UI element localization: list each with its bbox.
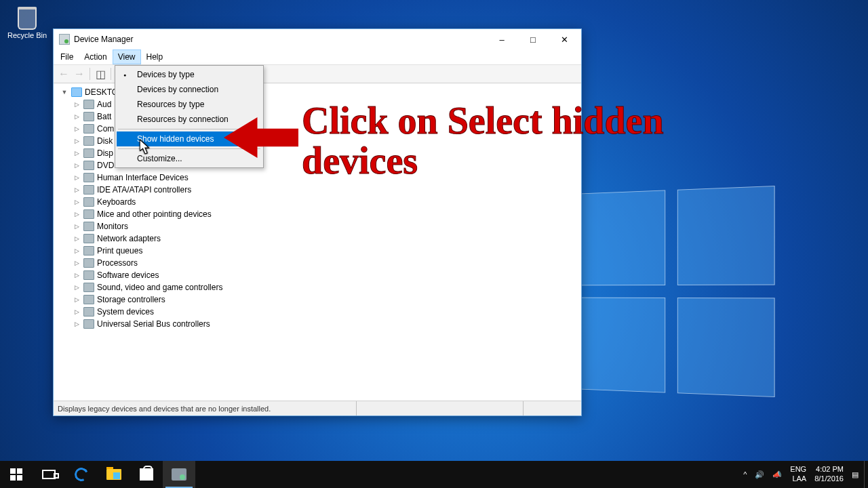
app-icon — [59, 34, 70, 45]
menu-action[interactable]: Action — [79, 49, 112, 64]
expander-icon[interactable]: ▷ — [73, 271, 81, 279]
tree-node[interactable]: ▷Network adapters — [54, 232, 581, 245]
status-divider — [523, 401, 577, 415]
forward-button: → — [72, 66, 87, 81]
computer-icon — [71, 87, 82, 97]
menu-help[interactable]: Help — [141, 49, 169, 64]
expander-icon[interactable]: ▼ — [60, 88, 68, 96]
show-hide-tree-button[interactable]: ◫ — [93, 66, 108, 81]
language-indicator[interactable]: ENG LAA — [790, 465, 806, 484]
tree-node[interactable]: ▷Keyboards — [54, 196, 581, 208]
menu-separator — [118, 148, 260, 149]
expander-icon[interactable]: ▷ — [73, 320, 81, 328]
tree-node[interactable]: ▷Human Interface Devices — [54, 171, 581, 184]
volume-icon[interactable]: 📣 — [772, 470, 782, 479]
show-desktop-button[interactable] — [864, 461, 868, 488]
node-label: Aud — [97, 100, 111, 109]
device-icon — [83, 124, 94, 134]
task-view-button[interactable] — [33, 461, 65, 488]
lang-line2: LAA — [790, 474, 806, 484]
taskbar-edge[interactable] — [65, 461, 98, 488]
status-divider — [356, 401, 437, 415]
expander-icon[interactable]: ▷ — [73, 259, 81, 267]
node-label: Human Interface Devices — [97, 173, 189, 182]
menu-separator — [118, 129, 260, 129]
expander-icon[interactable]: ▷ — [73, 161, 81, 169]
task-view-icon — [42, 470, 56, 479]
folder-icon — [106, 469, 121, 480]
node-label: DVD — [97, 161, 114, 170]
tree-node[interactable]: ▷System devices — [54, 306, 581, 318]
node-label: Software devices — [97, 270, 159, 280]
expander-icon[interactable]: ▷ — [73, 174, 81, 182]
menu-file[interactable]: File — [55, 49, 79, 64]
node-label: System devices — [97, 307, 154, 317]
tree-node[interactable]: ▷Software devices — [54, 269, 581, 281]
taskbar-store[interactable] — [130, 461, 163, 488]
back-button: ← — [56, 66, 71, 81]
expander-icon[interactable]: ▷ — [73, 308, 81, 316]
tree-node[interactable]: ▷Storage controllers — [54, 293, 581, 306]
start-button[interactable] — [0, 461, 33, 488]
menu-view[interactable]: View — [113, 49, 141, 64]
menu-item-devices-by-connection[interactable]: Devices by connection — [117, 82, 262, 97]
expander-icon[interactable]: ▷ — [73, 198, 81, 206]
expander-icon[interactable]: ▷ — [73, 210, 81, 218]
menu-item-devices-by-type[interactable]: Devices by type — [117, 67, 262, 82]
expander-icon[interactable]: ▷ — [73, 186, 81, 194]
expander-icon[interactable]: ▷ — [73, 296, 81, 304]
recycle-bin[interactable]: Recycle Bin — [5, 3, 49, 39]
maximize-button[interactable]: □ — [517, 29, 549, 49]
clock[interactable]: 4:02 PM 8/1/2016 — [814, 465, 844, 484]
node-label: Monitors — [97, 222, 128, 231]
device-icon — [83, 173, 94, 182]
expander-icon[interactable]: ▷ — [73, 137, 81, 145]
node-label: Sound, video and game controllers — [97, 283, 222, 292]
expander-icon[interactable]: ▷ — [73, 113, 81, 121]
network-icon[interactable]: 🔊 — [755, 470, 764, 479]
expander-icon[interactable]: ▷ — [73, 100, 81, 108]
view-menu-dropdown: Devices by type Devices by connection Re… — [115, 65, 264, 168]
device-icon — [83, 258, 94, 268]
status-bar: Displays legacy devices and devices that… — [54, 401, 581, 415]
lang-line1: ENG — [790, 465, 806, 474]
device-manager-icon — [172, 468, 186, 481]
node-label: Mice and other pointing devices — [97, 209, 212, 219]
expander-icon[interactable]: ▷ — [73, 149, 81, 157]
title-bar[interactable]: Device Manager – □ ✕ — [54, 29, 581, 49]
close-button[interactable]: ✕ — [549, 29, 580, 49]
node-label: Disk — [97, 136, 113, 146]
menu-item-resources-by-type[interactable]: Resources by type — [117, 97, 262, 112]
node-label: Batt — [97, 112, 111, 121]
expander-icon[interactable]: ▷ — [73, 283, 81, 291]
expander-icon[interactable]: ▷ — [73, 235, 81, 243]
tree-node[interactable]: ▷IDE ATA/ATAPI controllers — [54, 184, 581, 196]
minimize-button[interactable]: – — [486, 29, 517, 49]
store-icon — [140, 468, 153, 481]
tree-node[interactable]: ▷Print queues — [54, 245, 581, 257]
tree-node[interactable]: ▷Processors — [54, 257, 581, 269]
device-icon — [83, 148, 94, 158]
tree-node[interactable]: ▷Universal Serial Bus controllers — [54, 318, 581, 330]
device-icon — [83, 112, 94, 121]
node-label: Disp — [97, 148, 113, 158]
tree-node[interactable]: ▷Mice and other pointing devices — [54, 208, 581, 220]
device-icon — [83, 161, 94, 170]
expander-icon[interactable]: ▷ — [73, 125, 81, 133]
action-center-button[interactable]: ▤ — [852, 470, 859, 479]
windows-icon — [10, 468, 22, 481]
expander-icon[interactable]: ▷ — [73, 247, 81, 255]
taskbar-device-manager[interactable] — [163, 461, 195, 488]
device-icon — [83, 185, 94, 195]
tray-overflow-button[interactable]: ^ — [743, 470, 747, 479]
taskbar-file-explorer[interactable] — [98, 461, 130, 488]
tree-node[interactable]: ▷Sound, video and game controllers — [54, 281, 581, 293]
node-label: Universal Serial Bus controllers — [97, 319, 210, 329]
menu-item-resources-by-connection[interactable]: Resources by connection — [117, 112, 262, 127]
tree-node[interactable]: ▷Monitors — [54, 220, 581, 232]
expander-icon[interactable]: ▷ — [73, 222, 81, 230]
menu-item-customize[interactable]: Customize... — [117, 151, 262, 166]
menu-item-show-hidden-devices[interactable]: Show hidden devices — [117, 131, 262, 146]
status-text: Displays legacy devices and devices that… — [58, 405, 271, 413]
recycle-bin-icon — [14, 3, 41, 30]
